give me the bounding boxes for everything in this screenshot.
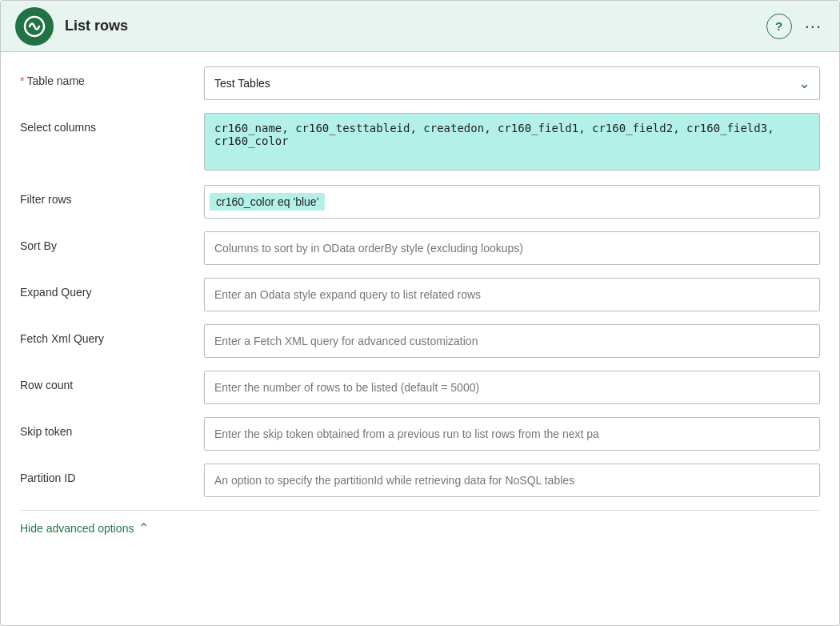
sort-by-label: Sort By <box>20 231 204 252</box>
select-columns-control: cr160_name, cr160_testtableid, createdon… <box>204 113 820 174</box>
filter-rows-control: cr160_color eq 'blue' <box>204 185 820 219</box>
fetch-xml-query-input[interactable] <box>204 324 820 358</box>
filter-rows-inner-input[interactable] <box>328 195 814 208</box>
select-columns-label: Select columns <box>20 113 204 134</box>
chevron-up-icon: ⌃ <box>138 520 149 536</box>
sort-by-input[interactable] <box>204 231 820 265</box>
help-button[interactable]: ? <box>766 14 792 39</box>
table-name-select-wrapper: Test Tables ⌄ <box>204 66 820 100</box>
filter-rows-input-wrap[interactable]: cr160_color eq 'blue' <box>204 185 820 219</box>
hide-advanced-label: Hide advanced options <box>20 522 134 535</box>
sort-by-control <box>204 231 820 265</box>
page-title: List rows <box>65 18 128 34</box>
skip-token-input[interactable] <box>204 417 820 451</box>
row-count-input[interactable] <box>204 371 820 404</box>
divider <box>20 510 820 511</box>
table-name-row: *Table name Test Tables ⌄ <box>20 66 820 102</box>
header-left: List rows <box>15 7 128 46</box>
partition-id-label: Partition ID <box>20 463 204 484</box>
filter-token: cr160_color eq 'blue' <box>210 193 325 211</box>
expand-query-label: Expand Query <box>20 278 204 299</box>
filter-rows-label: Filter rows <box>20 185 204 206</box>
sort-by-row: Sort By <box>20 231 820 267</box>
partition-id-input[interactable] <box>204 463 820 497</box>
table-name-select[interactable]: Test Tables <box>204 66 820 100</box>
expand-query-control <box>204 278 820 311</box>
table-name-label: *Table name <box>20 66 204 87</box>
row-count-label: Row count <box>20 371 204 391</box>
skip-token-row: Skip token <box>20 417 820 452</box>
main-card: List rows ? ··· *Table name Test Tables … <box>0 0 840 626</box>
partition-id-row: Partition ID <box>20 463 820 499</box>
row-count-row: Row count <box>20 371 820 406</box>
fetch-xml-query-row: Fetch Xml Query <box>20 324 820 359</box>
skip-token-control <box>204 417 820 451</box>
header: List rows ? ··· <box>1 1 839 52</box>
fetch-xml-query-label: Fetch Xml Query <box>20 324 204 345</box>
header-actions: ? ··· <box>766 14 825 39</box>
app-logo <box>15 7 54 46</box>
partition-id-control <box>204 463 820 497</box>
more-options-button[interactable]: ··· <box>802 16 825 37</box>
filter-rows-row: Filter rows cr160_color eq 'blue' <box>20 185 820 220</box>
fetch-xml-query-control <box>204 324 820 358</box>
table-name-control: Test Tables ⌄ <box>204 66 820 100</box>
hide-advanced-button[interactable]: Hide advanced options ⌃ <box>20 520 149 536</box>
content-area: *Table name Test Tables ⌄ Select columns… <box>1 52 839 625</box>
expand-query-row: Expand Query <box>20 278 820 313</box>
expand-query-input[interactable] <box>204 278 820 311</box>
select-columns-row: Select columns cr160_name, cr160_testtab… <box>20 113 820 174</box>
row-count-control <box>204 371 820 404</box>
skip-token-label: Skip token <box>20 417 204 438</box>
select-columns-input[interactable]: cr160_name, cr160_testtableid, createdon… <box>204 113 820 171</box>
required-marker: * <box>20 74 24 87</box>
